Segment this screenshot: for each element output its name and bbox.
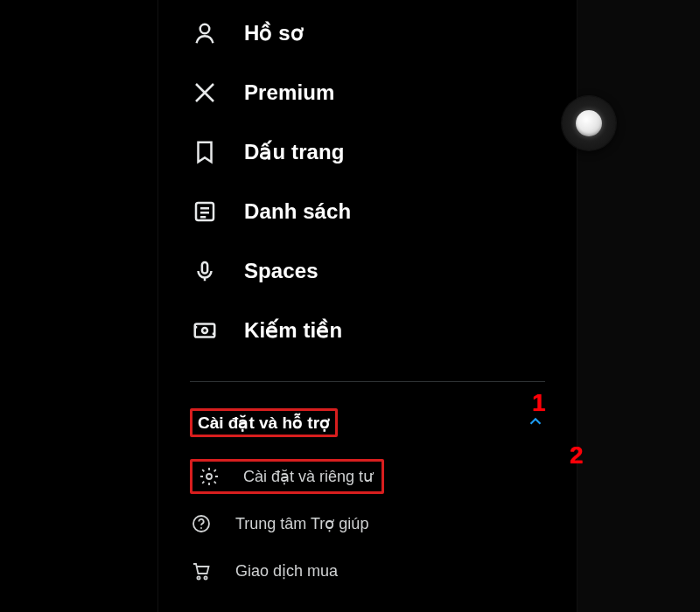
person-icon: [190, 18, 220, 48]
sub-label: Cài đặt và riêng tư: [243, 467, 373, 486]
primary-nav: Hồ sơ Premium Dấu trang Danh sách Spaces: [158, 0, 577, 364]
nav-label: Spaces: [244, 259, 318, 283]
highlight-box: Cài đặt và riêng tư: [190, 459, 384, 494]
svg-point-0: [200, 24, 210, 34]
settings-support-title: Cài đặt và hỗ trợ: [190, 408, 338, 437]
settings-support-submenu: Cài đặt và riêng tư Trung tâm Trợ giúp G…: [158, 448, 577, 595]
app-frame: Hồ sơ Premium Dấu trang Danh sách Spaces: [158, 0, 578, 612]
sub-item-purchases[interactable]: Giao dịch mua: [158, 547, 577, 595]
assistive-touch-dot: [576, 110, 602, 136]
svg-point-7: [200, 527, 202, 529]
nav-label: Kiếm tiền: [244, 318, 342, 343]
cart-icon: [190, 560, 213, 582]
svg-point-8: [197, 576, 200, 579]
nav-item-lists[interactable]: Danh sách: [158, 182, 577, 241]
money-icon: [190, 316, 220, 345]
nav-label: Premium: [244, 80, 334, 105]
divider: [190, 381, 545, 382]
svg-rect-3: [195, 324, 215, 337]
assistive-touch-button[interactable]: [562, 96, 616, 150]
settings-support-header[interactable]: Cài đặt và hỗ trợ: [158, 398, 577, 448]
bookmark-icon: [190, 137, 220, 167]
mic-icon: [190, 256, 220, 286]
sub-item-settings-privacy[interactable]: Cài đặt và riêng tư: [158, 453, 577, 500]
gear-icon: [198, 465, 220, 488]
nav-label: Danh sách: [244, 199, 351, 224]
nav-item-profile[interactable]: Hồ sơ: [158, 3, 577, 63]
list-icon: [190, 197, 220, 226]
nav-label: Dấu trang: [244, 140, 345, 164]
sub-label: Trung tâm Trợ giúp: [235, 514, 368, 533]
nav-label: Hồ sơ: [244, 21, 304, 45]
nav-item-bookmarks[interactable]: Dấu trang: [158, 122, 577, 182]
x-icon: [190, 78, 220, 108]
chevron-up-icon: [526, 412, 545, 435]
nav-item-monetization[interactable]: Kiếm tiền: [158, 301, 577, 360]
svg-point-4: [202, 328, 207, 333]
nav-item-premium[interactable]: Premium: [158, 63, 577, 122]
nav-item-spaces[interactable]: Spaces: [158, 241, 577, 301]
svg-point-5: [206, 474, 212, 479]
sub-label: Giao dịch mua: [235, 561, 338, 581]
help-icon: [190, 512, 213, 535]
svg-point-9: [204, 576, 206, 579]
sub-item-help-center[interactable]: Trung tâm Trợ giúp: [158, 500, 577, 547]
right-gutter: [578, 0, 700, 612]
svg-rect-2: [202, 262, 207, 274]
